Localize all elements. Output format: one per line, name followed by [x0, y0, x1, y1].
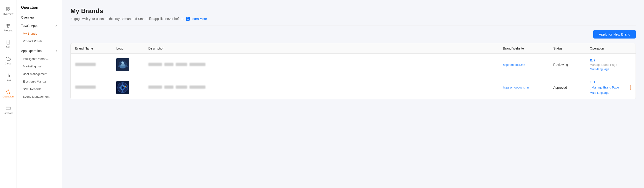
nav-sub-user-management[interactable]: User Management [16, 70, 62, 78]
svg-rect-12 [6, 107, 10, 110]
nav-sub-product-profile[interactable]: Product Profile [16, 37, 62, 45]
svg-point-24 [122, 86, 124, 89]
op-links-2: Edit Manage Brand Page Multi-language [590, 80, 631, 95]
nav-item-overview[interactable]: Overview [16, 13, 62, 22]
desc-blurred-2c [176, 85, 187, 89]
logo-1 [116, 58, 148, 71]
col-status: Status [553, 47, 590, 50]
sidebar-title: Operation [16, 4, 62, 13]
col-operation: Operation [590, 47, 631, 50]
sidebar-nav: Operation Overview Tuya's Apps My Brands… [16, 0, 62, 188]
website-1[interactable]: http://moocar.mn [503, 63, 553, 66]
nav-section-app-operation[interactable]: App Operation [16, 47, 62, 55]
svg-point-20 [122, 62, 123, 63]
sidebar-item-operation[interactable]: Operation [0, 85, 16, 102]
multi-language-link-1[interactable]: Multi-language [590, 67, 631, 71]
nav-sub-electronic-manual[interactable]: Electronic Manual [16, 78, 62, 85]
svg-point-30 [124, 85, 125, 87]
svg-rect-28 [126, 87, 127, 88]
svg-rect-25 [122, 83, 123, 85]
info-icon: ⓘ [186, 17, 190, 21]
main-content: My Brands Engage with your users on the … [62, 0, 644, 188]
brand-name-1 [75, 63, 116, 67]
manage-brand-link-2[interactable]: Manage Brand Page [590, 85, 631, 90]
svg-point-19 [121, 61, 124, 64]
nav-sub-intelligent-operati[interactable]: Intelligent Operati... [16, 55, 62, 63]
svg-rect-2 [6, 10, 8, 11]
description-2 [148, 85, 503, 89]
apply-new-brand-button[interactable]: Apply for New Brand [593, 30, 636, 39]
sidebar-item-purchase[interactable]: Purchase [0, 102, 16, 118]
status-1: Reviewing [553, 63, 590, 66]
desc-blurred-2d [190, 85, 206, 89]
nav-sub-marketing-push[interactable]: Marketing push [16, 63, 62, 70]
logo-2 [116, 81, 148, 94]
sidebar-item-product[interactable]: Product [0, 19, 16, 36]
col-description: Description [148, 47, 503, 50]
edit-link-1[interactable]: Edit [590, 59, 631, 62]
multi-language-link-2[interactable]: Multi-language [590, 91, 631, 95]
table-header: Brand Name Logo Description Brand Websit… [70, 43, 636, 54]
nav-sub-my-brands[interactable]: My Brands [16, 30, 62, 37]
sidebar-item-cloud[interactable]: Cloud [0, 52, 16, 69]
col-brand-website: Brand Website [503, 47, 553, 50]
svg-rect-1 [8, 7, 10, 9]
svg-rect-26 [122, 90, 123, 92]
table-row: https://mooduck.mn Approved Edit Manage … [70, 76, 636, 99]
operations-2: Edit Manage Brand Page Multi-language [590, 80, 631, 95]
top-actions: Apply for New Brand [70, 30, 636, 39]
table-row: http://moocar.mn Reviewing Edit Manage B… [70, 54, 636, 76]
brand-name-blurred-1 [75, 63, 96, 66]
sidebar-item-overview[interactable]: Overview [0, 3, 16, 19]
svg-marker-11 [6, 90, 10, 93]
status-2: Approved [553, 86, 590, 89]
desc-blurred-1c [176, 63, 187, 66]
description-1 [148, 63, 503, 67]
desc-blurred-2b [164, 85, 174, 89]
edit-link-2[interactable]: Edit [590, 80, 631, 84]
logo-image-1 [116, 58, 129, 71]
svg-rect-3 [8, 10, 10, 11]
col-brand-name: Brand Name [75, 47, 116, 50]
operations-1: Edit Manage Brand Page Multi-language [590, 59, 631, 71]
desc-blurred-1b [164, 63, 174, 66]
page-subtitle: Engage with your users on the Tuya Smart… [70, 17, 636, 21]
sidebar-icons: Overview Product App Cloud Data [0, 0, 16, 188]
page-divider [70, 25, 636, 26]
op-links-1: Edit Manage Brand Page Multi-language [590, 59, 631, 71]
brands-table: Brand Name Logo Description Brand Websit… [70, 43, 636, 99]
desc-blurred-2a [148, 85, 162, 89]
svg-rect-27 [118, 87, 120, 88]
logo-image-2 [116, 81, 129, 94]
desc-blurred-1a [148, 63, 162, 66]
sidebar-item-data[interactable]: Data [0, 69, 16, 85]
brand-name-2 [75, 85, 116, 89]
svg-rect-0 [6, 7, 8, 9]
page-title: My Brands [70, 7, 636, 15]
manage-brand-link-1[interactable]: Manage Brand Page [590, 63, 631, 66]
nav-sub-scene-management[interactable]: Scene Management [16, 93, 62, 101]
sidebar-item-app[interactable]: App [0, 36, 16, 52]
nav-section-tuyas-apps[interactable]: Tuya's Apps [16, 22, 62, 30]
col-logo: Logo [116, 47, 148, 50]
learn-more-link[interactable]: ⓘ Learn More [186, 17, 207, 21]
brand-name-blurred-2 [75, 85, 96, 89]
nav-sub-sms-records[interactable]: SMS Records [16, 85, 62, 93]
website-2[interactable]: https://mooduck.mn [503, 86, 553, 89]
desc-blurred-1d [190, 63, 206, 66]
